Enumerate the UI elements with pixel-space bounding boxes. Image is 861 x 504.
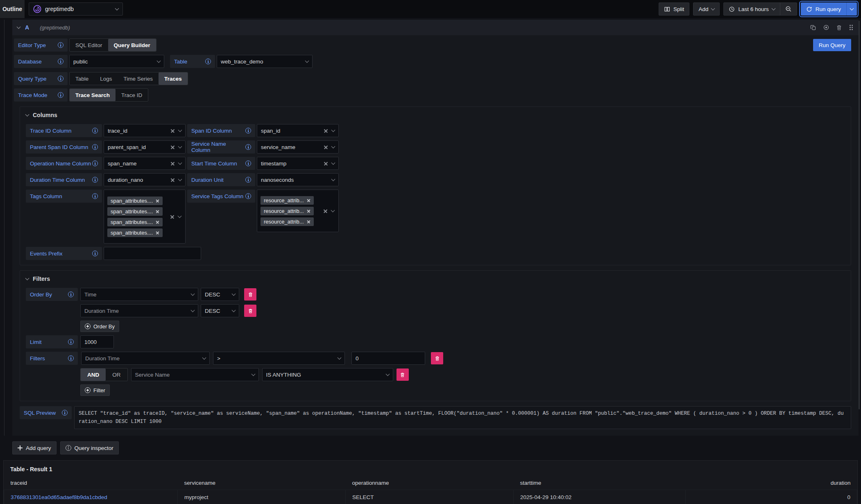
info-icon[interactable] bbox=[245, 128, 251, 133]
chevron-down-icon[interactable] bbox=[178, 161, 182, 165]
limit-input[interactable] bbox=[80, 335, 114, 348]
trace-id-column-select[interactable]: trace_id bbox=[104, 124, 186, 137]
remove-chip-icon[interactable] bbox=[307, 220, 310, 224]
clear-icon[interactable] bbox=[170, 129, 175, 133]
chevron-down-icon[interactable] bbox=[251, 372, 255, 376]
chevron-down-icon[interactable] bbox=[331, 177, 335, 181]
trace-mode-trace-search[interactable]: Trace Search bbox=[70, 89, 116, 101]
info-icon[interactable] bbox=[245, 160, 251, 166]
filter-field-select[interactable]: Duration Time bbox=[81, 352, 210, 365]
chevron-down-icon[interactable] bbox=[157, 59, 161, 63]
section-collapse-icon[interactable] bbox=[25, 276, 29, 280]
operation-name-column-select[interactable]: span_name bbox=[104, 157, 186, 170]
trace-mode-trace-id[interactable]: Trace ID bbox=[116, 89, 148, 101]
parent-span-id-column-select[interactable]: parent_span_id bbox=[104, 140, 186, 154]
time-range-picker[interactable]: Last 6 hours bbox=[724, 3, 779, 15]
info-icon[interactable] bbox=[92, 193, 98, 199]
run-query-caret-button[interactable] bbox=[846, 2, 857, 16]
add-filter-button[interactable]: Filter bbox=[80, 384, 110, 396]
chevron-down-icon[interactable] bbox=[385, 372, 390, 376]
section-collapse-icon[interactable] bbox=[25, 113, 29, 117]
hide-response-eye-icon[interactable] bbox=[823, 24, 829, 31]
start-time-column-select[interactable]: timestamp bbox=[257, 157, 339, 170]
collapse-chevron-icon[interactable] bbox=[17, 25, 21, 29]
info-icon[interactable] bbox=[68, 292, 74, 297]
duplicate-query-icon[interactable] bbox=[810, 25, 816, 31]
column-header-starttime[interactable]: starttime bbox=[514, 477, 686, 490]
remove-chip-icon[interactable] bbox=[307, 199, 310, 202]
clear-icon[interactable] bbox=[324, 161, 328, 166]
query-type-time-series[interactable]: Time Series bbox=[118, 72, 159, 85]
info-icon[interactable] bbox=[245, 193, 251, 199]
chevron-down-icon[interactable] bbox=[232, 308, 236, 312]
service-name-column-select[interactable]: service_name bbox=[257, 140, 339, 154]
chevron-down-icon[interactable] bbox=[331, 145, 335, 149]
info-icon[interactable] bbox=[58, 92, 63, 98]
query-type-table[interactable]: Table bbox=[70, 72, 94, 85]
drag-handle-grip-icon[interactable] bbox=[849, 24, 854, 31]
chevron-down-icon[interactable] bbox=[331, 161, 335, 165]
editor-type-sql-editor[interactable]: SQL Editor bbox=[70, 39, 108, 51]
chevron-down-icon[interactable] bbox=[178, 214, 182, 218]
order-by-field-select[interactable]: Duration Time bbox=[80, 304, 198, 317]
column-header-servicename[interactable]: servicename bbox=[178, 477, 346, 490]
remove-chip-icon[interactable] bbox=[156, 199, 159, 203]
chevron-down-icon[interactable] bbox=[191, 292, 195, 296]
info-icon[interactable] bbox=[92, 128, 98, 133]
table-select[interactable]: web_trace_demo bbox=[217, 55, 313, 68]
column-header-traceid[interactable]: traceid bbox=[4, 477, 178, 490]
info-icon[interactable] bbox=[68, 355, 74, 361]
chevron-down-icon[interactable] bbox=[232, 292, 236, 296]
clear-icon[interactable] bbox=[324, 145, 328, 149]
info-icon[interactable] bbox=[205, 59, 211, 64]
editor-type-query-builder[interactable]: Query Builder bbox=[108, 39, 156, 51]
filter-operator-select[interactable]: > bbox=[213, 352, 345, 365]
chevron-down-icon[interactable] bbox=[331, 128, 335, 132]
clear-icon[interactable] bbox=[324, 129, 328, 133]
filter-value-input[interactable] bbox=[351, 352, 425, 365]
info-icon[interactable] bbox=[62, 410, 68, 416]
chevron-down-icon[interactable] bbox=[178, 128, 182, 132]
delete-order-by-button[interactable] bbox=[244, 288, 256, 301]
info-icon[interactable] bbox=[68, 339, 74, 345]
filter-field-select[interactable]: Service Name bbox=[131, 368, 259, 381]
add-query-button[interactable]: Add query bbox=[12, 441, 57, 454]
events-prefix-input[interactable] bbox=[104, 247, 201, 260]
remove-chip-icon[interactable] bbox=[307, 209, 310, 213]
clear-icon[interactable] bbox=[170, 145, 175, 149]
chevron-down-icon[interactable] bbox=[191, 308, 195, 312]
info-icon[interactable] bbox=[92, 160, 98, 166]
clear-all-icon[interactable] bbox=[170, 215, 174, 219]
info-icon[interactable] bbox=[92, 177, 98, 183]
run-query-button[interactable]: Run query bbox=[801, 2, 846, 16]
remove-chip-icon[interactable] bbox=[156, 231, 159, 235]
column-header-operationname[interactable]: operationname bbox=[346, 477, 514, 490]
query-inspector-button[interactable]: Query inspector bbox=[60, 441, 119, 454]
span-id-column-select[interactable]: span_id bbox=[257, 124, 339, 137]
chevron-down-icon[interactable] bbox=[331, 208, 335, 212]
service-tags-column-multiselect[interactable]: resource_attrib... resource_attrib... re… bbox=[257, 190, 339, 232]
clear-icon[interactable] bbox=[170, 178, 175, 182]
order-by-direction-select[interactable]: DESC bbox=[201, 304, 239, 317]
chevron-down-icon[interactable] bbox=[338, 356, 342, 360]
zoom-out-time-button[interactable] bbox=[780, 3, 797, 15]
filter-logic-and[interactable]: AND bbox=[81, 368, 106, 381]
info-icon[interactable] bbox=[92, 144, 98, 150]
remove-chip-icon[interactable] bbox=[156, 210, 159, 213]
split-button[interactable]: Split bbox=[659, 2, 689, 16]
tags-column-multiselect[interactable]: span_attributes.... span_attributes.... … bbox=[104, 190, 186, 244]
info-icon[interactable] bbox=[58, 42, 63, 48]
filter-operator-select[interactable]: IS ANYTHING bbox=[262, 368, 393, 381]
chevron-down-icon[interactable] bbox=[305, 59, 309, 63]
remove-chip-icon[interactable] bbox=[156, 220, 159, 224]
scrollbar[interactable] bbox=[859, 20, 860, 409]
column-header-duration[interactable]: duration bbox=[686, 477, 857, 490]
query-type-logs[interactable]: Logs bbox=[94, 72, 118, 85]
info-icon[interactable] bbox=[92, 251, 98, 256]
order-by-direction-select[interactable]: DESC bbox=[201, 288, 239, 301]
info-icon[interactable] bbox=[58, 59, 63, 64]
run-query-panel-button[interactable]: Run Query bbox=[813, 39, 851, 51]
duration-time-column-select[interactable]: duration_nano bbox=[104, 173, 186, 186]
datasource-picker[interactable]: greptimedb bbox=[29, 2, 123, 16]
query-type-traces[interactable]: Traces bbox=[159, 72, 188, 85]
